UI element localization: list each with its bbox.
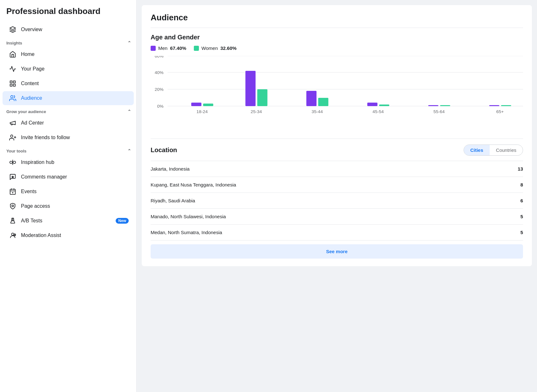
svg-text:20%: 20% <box>155 87 164 92</box>
legend-women-label: Women <box>201 45 218 51</box>
svg-rect-37 <box>379 105 389 106</box>
age-gender-title: Age and Gender <box>151 34 523 41</box>
svg-text:60%: 60% <box>155 56 164 58</box>
svg-rect-40 <box>440 105 450 106</box>
svg-rect-33 <box>306 91 316 106</box>
divider-2 <box>151 139 523 139</box>
location-row-2: Riyadh, Saudi Arabia 6 <box>151 193 523 209</box>
location-header: Location Cities Countries <box>151 145 523 156</box>
svg-rect-2 <box>13 81 15 83</box>
section-label-grow: Grow your audience <box>6 109 46 114</box>
chevron-up-icon: ⌃ <box>127 40 131 45</box>
sidebar-item-events[interactable]: Events <box>3 185 134 199</box>
section-label-insights: Insights <box>6 41 22 45</box>
svg-rect-34 <box>318 98 328 106</box>
chevron-up-icon-3: ⌃ <box>127 148 131 153</box>
tab-cities[interactable]: Cities <box>464 145 490 155</box>
tab-countries[interactable]: Countries <box>490 145 523 155</box>
home-icon <box>9 51 17 58</box>
sidebar-item-label-ab-tests: A/B Tests <box>21 218 111 224</box>
sidebar-item-moderation-assist[interactable]: Moderation Assist <box>3 228 134 242</box>
sidebar-item-overview[interactable]: Overview <box>3 23 134 37</box>
person-add-icon <box>9 134 17 141</box>
chart-legend: Men 67.40% Women 32.60% <box>151 45 523 51</box>
sidebar-item-label-page-access: Page access <box>21 203 129 209</box>
layers-icon <box>9 26 17 33</box>
svg-point-6 <box>10 135 13 137</box>
svg-text:65+: 65+ <box>496 109 504 114</box>
location-row-0: Jakarta, Indonesia 13 <box>151 161 523 177</box>
svg-rect-10 <box>10 189 16 195</box>
svg-text:18-24: 18-24 <box>196 109 208 114</box>
sidebar-title: Professional dashboard <box>0 6 136 22</box>
people-icon <box>9 94 17 102</box>
location-row-3: Manado, North Sulawesi, Indonesia 5 <box>151 209 523 225</box>
page-title: Audience <box>151 13 523 23</box>
legend-men: Men 67.40% <box>151 45 186 51</box>
location-list: Jakarta, Indonesia 13 Kupang, East Nusa … <box>151 161 523 240</box>
svg-marker-9 <box>11 175 14 178</box>
sidebar-item-comments-manager[interactable]: Comments manager <box>3 170 134 184</box>
sidebar-item-your-page[interactable]: Your Page <box>3 62 134 76</box>
sidebar-item-home[interactable]: Home <box>3 47 134 61</box>
svg-rect-30 <box>245 71 255 106</box>
location-tab-group: Cities Countries <box>464 145 523 156</box>
city-count-1: 8 <box>520 182 523 187</box>
city-name-0: Jakarta, Indonesia <box>151 166 190 172</box>
see-more-button[interactable]: See more <box>151 244 523 259</box>
sidebar-item-label-content: Content <box>21 81 129 86</box>
city-name-2: Riyadh, Saudi Arabia <box>151 198 195 203</box>
sidebar-section-insights[interactable]: Insights ⌃ <box>0 37 136 47</box>
svg-rect-4 <box>13 84 15 86</box>
svg-rect-1 <box>10 81 12 83</box>
svg-rect-42 <box>489 105 499 106</box>
city-name-1: Kupang, East Nusa Tenggara, Indonesia <box>151 182 236 187</box>
location-title: Location <box>151 146 177 154</box>
svg-rect-3 <box>10 84 12 86</box>
sidebar-item-audience[interactable]: Audience <box>3 91 134 105</box>
main-content: Audience Age and Gender Men 67.40% Women… <box>137 0 537 392</box>
svg-text:40%: 40% <box>155 70 164 75</box>
sidebar-item-label-your-page: Your Page <box>21 66 129 72</box>
sidebar-item-label-invite: Invite friends to follow <box>21 135 129 140</box>
gear-person-icon <box>9 232 17 239</box>
legend-men-value: 67.40% <box>170 45 186 51</box>
svg-rect-43 <box>501 105 511 106</box>
sidebar-item-ad-center[interactable]: Ad Center <box>3 116 134 130</box>
svg-point-5 <box>11 96 13 98</box>
svg-text:0%: 0% <box>157 104 163 109</box>
sidebar-item-label-events: Events <box>21 189 129 194</box>
city-count-2: 6 <box>520 198 523 203</box>
city-name-4: Medan, North Sumatra, Indonesia <box>151 230 222 235</box>
svg-rect-36 <box>367 103 377 106</box>
sidebar-item-label-comments: Comments manager <box>21 174 129 180</box>
sidebar-item-label-ad-center: Ad Center <box>21 120 129 126</box>
sidebar-item-label-home: Home <box>21 51 129 57</box>
svg-text:25-34: 25-34 <box>251 109 262 114</box>
svg-text:45-54: 45-54 <box>372 109 384 114</box>
svg-rect-28 <box>203 104 213 106</box>
butterfly-icon <box>9 159 17 166</box>
sidebar-section-grow[interactable]: Grow your audience ⌃ <box>0 106 136 115</box>
sidebar-item-ab-tests[interactable]: A/B Tests New <box>3 214 134 228</box>
legend-men-label: Men <box>158 45 167 51</box>
sidebar-item-content[interactable]: Content <box>3 77 134 91</box>
sidebar-item-label-inspiration: Inspiration hub <box>21 159 129 165</box>
audience-card: Audience Age and Gender Men 67.40% Women… <box>142 5 532 266</box>
sidebar-section-tools[interactable]: Your tools ⌃ <box>0 145 136 155</box>
women-color-dot <box>194 46 199 51</box>
location-row-4: Medan, North Sumatra, Indonesia 5 <box>151 225 523 240</box>
age-gender-chart: 60% 40% 20% 0% 18-24 25-34 35-44 <box>151 56 523 132</box>
sidebar-item-invite-friends[interactable]: Invite friends to follow <box>3 131 134 145</box>
flask-icon <box>9 217 17 225</box>
sidebar-item-page-access[interactable]: Page access <box>3 199 134 213</box>
sidebar-item-label-audience: Audience <box>21 95 129 101</box>
sidebar-item-inspiration-hub[interactable]: Inspiration hub <box>3 155 134 169</box>
svg-point-14 <box>12 193 13 193</box>
svg-rect-27 <box>191 103 201 106</box>
calendar-icon <box>9 188 17 195</box>
city-count-3: 5 <box>520 214 523 219</box>
city-count-0: 13 <box>518 166 523 172</box>
location-row-1: Kupang, East Nusa Tenggara, Indonesia 8 <box>151 177 523 193</box>
men-color-dot <box>151 46 156 51</box>
